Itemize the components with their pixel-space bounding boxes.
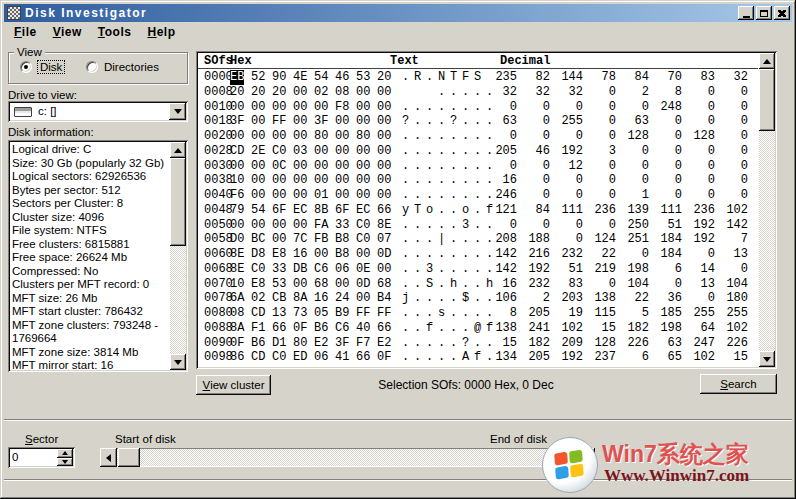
hex-byte[interactable]: 00: [335, 144, 349, 159]
view-cluster-button[interactable]: View cluster: [196, 375, 271, 395]
hex-byte[interactable]: D1: [272, 336, 286, 351]
hex-byte[interactable]: 8E: [230, 262, 244, 277]
hex-byte[interactable]: 01: [314, 188, 328, 203]
spin-up-button[interactable]: [57, 449, 73, 458]
hex-byte[interactable]: E8: [272, 247, 286, 262]
hex-byte[interactable]: C0: [356, 232, 370, 247]
hex-byte[interactable]: B6: [251, 336, 265, 351]
hex-byte[interactable]: 90: [272, 70, 286, 85]
hex-byte[interactable]: 00: [335, 277, 349, 292]
disk-info-line[interactable]: MFT start cluster: 786432: [12, 305, 168, 319]
hex-byte[interactable]: E2: [377, 336, 391, 351]
hex-byte[interactable]: 00: [377, 144, 391, 159]
hex-byte[interactable]: 00: [251, 173, 265, 188]
hex-byte[interactable]: 00: [377, 100, 391, 115]
hex-byte[interactable]: 0D: [377, 247, 391, 262]
hex-byte[interactable]: 00: [272, 218, 286, 233]
hex-byte[interactable]: 00: [230, 129, 244, 144]
hex-byte[interactable]: ED: [293, 350, 307, 365]
hex-byte[interactable]: D0: [230, 232, 244, 247]
disk-info-line[interactable]: MFT zone size: 3814 Mb: [12, 346, 168, 360]
hex-byte[interactable]: B6: [314, 321, 328, 336]
hex-byte[interactable]: 03: [293, 144, 307, 159]
hex-byte[interactable]: 6F: [272, 203, 286, 218]
hex-byte[interactable]: 54: [251, 203, 265, 218]
hex-byte[interactable]: 80: [356, 129, 370, 144]
hex-byte[interactable]: 16: [314, 291, 328, 306]
hex-byte[interactable]: 4E: [293, 70, 307, 85]
hex-byte[interactable]: 00: [314, 159, 328, 174]
hex-byte[interactable]: E8: [251, 277, 265, 292]
hex-byte[interactable]: EB: [230, 70, 244, 85]
hex-byte[interactable]: 00: [293, 85, 307, 100]
hex-byte[interactable]: 52: [251, 70, 265, 85]
hex-byte[interactable]: 8A: [293, 291, 307, 306]
hex-byte[interactable]: 05: [314, 306, 328, 321]
hex-byte[interactable]: 00: [251, 114, 265, 129]
hex-byte[interactable]: EC: [356, 203, 370, 218]
hex-byte[interactable]: 00: [293, 277, 307, 292]
slider-thumb[interactable]: [118, 448, 140, 467]
hex-byte[interactable]: 66: [356, 350, 370, 365]
spin-down-button[interactable]: [57, 458, 73, 467]
hex-byte[interactable]: 00: [251, 188, 265, 203]
menu-item-help[interactable]: Help: [139, 24, 183, 40]
hex-byte[interactable]: 00: [293, 114, 307, 129]
hex-byte[interactable]: C0: [356, 218, 370, 233]
hex-byte[interactable]: 0D: [356, 277, 370, 292]
hex-byte[interactable]: 00: [377, 188, 391, 203]
hex-byte[interactable]: 00: [377, 173, 391, 188]
hex-byte[interactable]: 00: [230, 100, 244, 115]
hex-byte[interactable]: 33: [272, 262, 286, 277]
radio-directories-circle[interactable]: [86, 61, 98, 73]
hex-byte[interactable]: 00: [293, 159, 307, 174]
hex-byte[interactable]: 00: [251, 129, 265, 144]
disk-info-line[interactable]: Sectors per Cluster: 8: [12, 197, 168, 211]
title-bar[interactable]: Disk Investigator: [4, 4, 792, 22]
hex-byte[interactable]: 8A: [230, 321, 244, 336]
hex-byte[interactable]: F6: [230, 188, 244, 203]
hex-byte[interactable]: 02: [314, 85, 328, 100]
hex-byte[interactable]: 73: [293, 306, 307, 321]
hex-byte[interactable]: D8: [251, 247, 265, 262]
hex-byte[interactable]: 80: [293, 336, 307, 351]
hex-byte[interactable]: DB: [293, 262, 307, 277]
hex-byte[interactable]: 33: [335, 218, 349, 233]
hex-byte[interactable]: 6A: [230, 291, 244, 306]
hex-byte[interactable]: F7: [356, 336, 370, 351]
hex-byte[interactable]: 00: [314, 173, 328, 188]
hex-byte[interactable]: 00: [377, 262, 391, 277]
hex-byte[interactable]: 66: [377, 203, 391, 218]
hex-byte[interactable]: 00: [356, 85, 370, 100]
hex-byte[interactable]: 06: [335, 262, 349, 277]
hex-byte[interactable]: 00: [272, 173, 286, 188]
disk-info-line[interactable]: MFT zone clusters: 793248 - 1769664: [12, 319, 168, 346]
hex-byte[interactable]: 8E: [377, 218, 391, 233]
scroll-up-button[interactable]: [170, 142, 186, 158]
hex-viewer-panel[interactable]: SOfs Hex Text Decimal 0000EB52904E544653…: [196, 51, 777, 369]
disk-info-line[interactable]: Compressed: No: [12, 265, 168, 279]
hex-byte[interactable]: 08: [230, 306, 244, 321]
hex-byte[interactable]: FF: [377, 306, 391, 321]
radio-directories[interactable]: Directories: [86, 61, 159, 73]
scroll-down-button[interactable]: [759, 351, 775, 367]
disk-info-line[interactable]: Free space: 26624 Mb: [12, 251, 168, 265]
hex-byte[interactable]: 00: [293, 100, 307, 115]
hex-byte[interactable]: 06: [314, 350, 328, 365]
hex-byte[interactable]: 68: [314, 277, 328, 292]
hex-byte[interactable]: 86: [230, 350, 244, 365]
hex-byte[interactable]: 00: [377, 159, 391, 174]
hex-byte[interactable]: FB: [314, 232, 328, 247]
hex-byte[interactable]: 20: [272, 85, 286, 100]
hex-byte[interactable]: 00: [356, 144, 370, 159]
hex-byte[interactable]: 00: [272, 100, 286, 115]
radio-disk-label[interactable]: Disk: [38, 61, 64, 73]
hex-byte[interactable]: 00: [377, 129, 391, 144]
disk-info-line[interactable]: Size: 30 Gb (popularly 32 Gb): [12, 157, 168, 171]
hex-byte[interactable]: C0: [251, 262, 265, 277]
hex-byte[interactable]: C0: [272, 350, 286, 365]
hex-byte[interactable]: 13: [272, 306, 286, 321]
disk-info-line[interactable]: Free clusters: 6815881: [12, 238, 168, 252]
hex-byte[interactable]: CD: [251, 350, 265, 365]
hex-byte[interactable]: 00: [293, 188, 307, 203]
